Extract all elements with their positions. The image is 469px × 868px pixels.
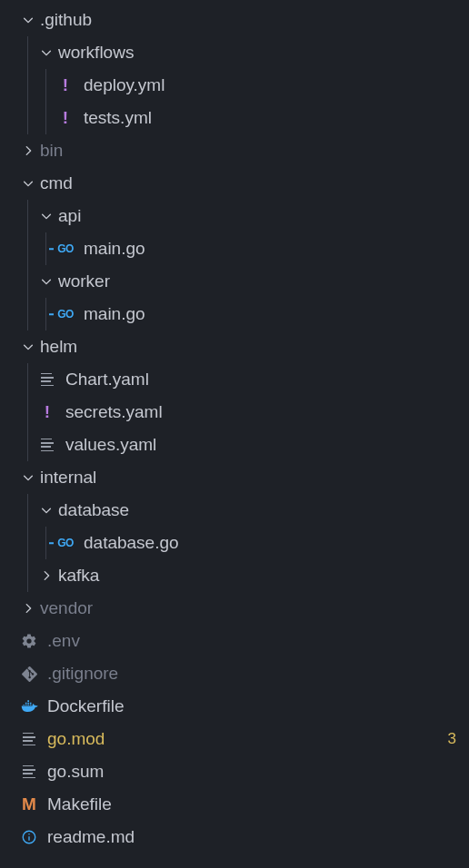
file-go-sum[interactable]: go.sum: [0, 755, 469, 788]
file-deploy-yml[interactable]: ! deploy.yml: [0, 69, 469, 102]
yaml-icon: !: [55, 108, 76, 128]
folder-cmd[interactable]: cmd: [0, 167, 469, 200]
folder-github[interactable]: .github: [0, 4, 469, 36]
chevron-down-icon: [18, 10, 38, 30]
chevron-right-icon: [36, 566, 56, 586]
file-api-main-go[interactable]: GO main.go: [0, 232, 469, 265]
file-gitignore[interactable]: .gitignore: [0, 657, 469, 690]
folder-label: helm: [40, 337, 456, 357]
folder-label: kafka: [58, 566, 456, 586]
file-label: readme.md: [47, 827, 456, 847]
folder-workflows[interactable]: workflows: [0, 36, 469, 69]
chevron-down-icon: [36, 43, 56, 63]
file-env[interactable]: .env: [0, 625, 469, 657]
folder-label: worker: [58, 271, 456, 291]
text-lines-icon: [18, 729, 40, 749]
file-label: tests.yml: [84, 108, 456, 128]
folder-worker[interactable]: worker: [0, 265, 469, 298]
folder-label: .github: [40, 10, 456, 30]
file-label: deploy.yml: [84, 75, 456, 95]
folder-label: internal: [40, 468, 456, 488]
folder-helm[interactable]: helm: [0, 330, 469, 363]
file-worker-main-go[interactable]: GO main.go: [0, 298, 469, 330]
folder-vendor[interactable]: vendor: [0, 592, 469, 625]
file-label: Chart.yaml: [65, 370, 456, 390]
folder-label: bin: [40, 141, 456, 161]
git-icon: [18, 664, 40, 684]
chevron-down-icon: [36, 271, 56, 291]
yaml-icon: !: [36, 402, 58, 422]
folder-internal[interactable]: internal: [0, 461, 469, 494]
file-label: go.sum: [47, 762, 456, 782]
file-label: .gitignore: [47, 664, 456, 684]
file-label: Makefile: [47, 794, 456, 814]
folder-api[interactable]: api: [0, 200, 469, 232]
chevron-down-icon: [18, 337, 38, 357]
folder-label: cmd: [40, 173, 456, 193]
text-lines-icon: [36, 435, 58, 455]
file-label: values.yaml: [65, 435, 456, 455]
go-icon: GO: [55, 304, 76, 324]
folder-label: vendor: [40, 598, 456, 618]
modified-badge: 3: [441, 730, 456, 748]
file-label: main.go: [84, 239, 456, 259]
chevron-down-icon: [36, 500, 56, 520]
chevron-right-icon: [18, 598, 38, 618]
text-lines-icon: [36, 370, 58, 390]
file-label: database.go: [84, 533, 456, 553]
file-secrets-yaml[interactable]: ! secrets.yaml: [0, 396, 469, 429]
file-go-mod[interactable]: go.mod 3: [0, 723, 469, 755]
chevron-right-icon: [18, 141, 38, 161]
chevron-down-icon: [36, 206, 56, 226]
folder-kafka[interactable]: kafka: [0, 559, 469, 592]
file-label: main.go: [84, 304, 456, 324]
file-values-yaml[interactable]: values.yaml: [0, 429, 469, 461]
file-label: Dockerfile: [47, 696, 456, 716]
file-label: secrets.yaml: [65, 402, 456, 422]
file-explorer-tree: .github workflows ! deploy.yml ! tests.y…: [0, 0, 469, 853]
makefile-icon: M: [18, 794, 40, 814]
folder-label: database: [58, 500, 456, 520]
svg-point-2: [28, 833, 30, 835]
info-icon: [18, 827, 40, 847]
go-icon: GO: [55, 239, 76, 259]
chevron-down-icon: [18, 468, 38, 488]
folder-label: api: [58, 206, 456, 226]
docker-icon: [18, 696, 40, 716]
folder-bin[interactable]: bin: [0, 134, 469, 167]
folder-label: workflows: [58, 43, 456, 63]
gear-icon: [18, 631, 40, 651]
file-makefile[interactable]: M Makefile: [0, 788, 469, 821]
file-readme-md[interactable]: readme.md: [0, 821, 469, 853]
yaml-icon: !: [55, 75, 76, 95]
file-label: .env: [47, 631, 456, 651]
file-label: go.mod: [47, 729, 441, 749]
file-chart-yaml[interactable]: Chart.yaml: [0, 363, 469, 396]
folder-database[interactable]: database: [0, 494, 469, 527]
go-icon: GO: [55, 533, 76, 553]
file-database-go[interactable]: GO database.go: [0, 527, 469, 559]
file-tests-yml[interactable]: ! tests.yml: [0, 102, 469, 134]
text-lines-icon: [18, 762, 40, 782]
chevron-down-icon: [18, 173, 38, 193]
file-dockerfile[interactable]: Dockerfile: [0, 690, 469, 723]
